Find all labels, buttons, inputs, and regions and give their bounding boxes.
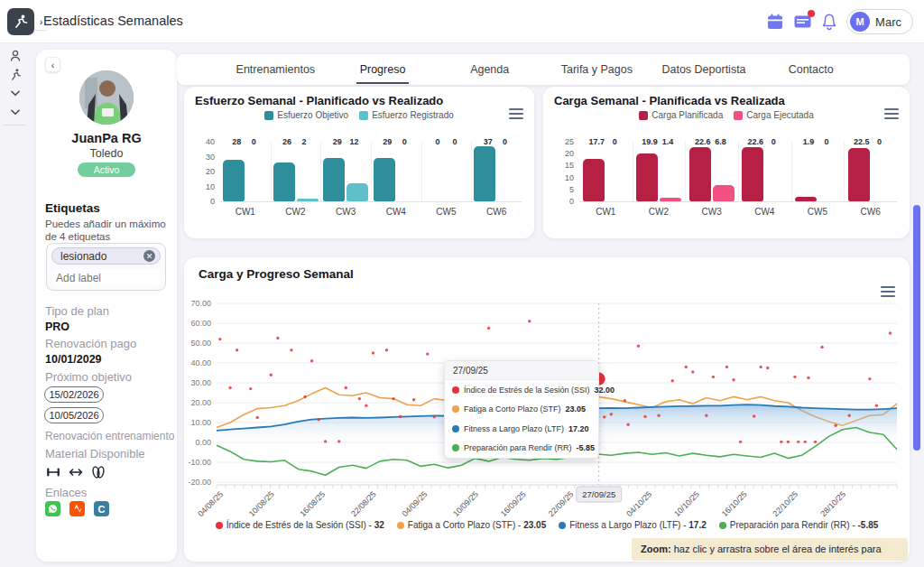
ssi-scatter-point: [760, 366, 762, 368]
ssi-scatter-point: [657, 414, 660, 417]
labels-hint: Puedes añadir un máximo de 4 etiquetas: [45, 218, 171, 243]
x-axis-date-label: 28/10/25: [818, 489, 847, 518]
bar-cw2-planned[interactable]: [273, 163, 295, 201]
messages-icon[interactable]: [793, 13, 812, 31]
user-avatar: M: [850, 12, 870, 32]
athlete-profile-icon[interactable]: [6, 47, 24, 65]
ssi-scatter-point: [685, 366, 688, 368]
tab-contacto[interactable]: Contacto: [757, 54, 864, 85]
x-axis-category: CW4: [371, 207, 421, 217]
activity-icon[interactable]: [6, 65, 24, 83]
x-axis-category: CW1: [220, 207, 271, 217]
tab-progreso[interactable]: Progreso: [329, 54, 437, 85]
x-axis-category: CW6: [471, 207, 522, 217]
tag-label: lesionado: [60, 250, 106, 263]
ssi-scatter-point: [610, 413, 613, 415]
x-axis-category: CW1: [579, 207, 633, 217]
ssi-scatter-point: [303, 395, 306, 398]
x-axis-date-label: 10/09/25: [451, 489, 480, 518]
zoom-hint: Zoom: haz clic y arrastra sobre el área …: [632, 538, 908, 561]
objective-date-pill[interactable]: 10/05/2026: [44, 407, 104, 423]
value-label: 0: [492, 137, 519, 146]
bar-cw4-planned[interactable]: [374, 158, 395, 201]
chevron-down-icon[interactable]: [6, 103, 24, 121]
ssi-scatter-point: [358, 397, 361, 400]
bar-cw1-planned[interactable]: [223, 160, 245, 201]
add-label-input[interactable]: [51, 269, 161, 286]
ssi-scatter-point: [814, 441, 817, 443]
bar-cw5-planned[interactable]: [795, 197, 817, 201]
x-axis-category: CW2: [633, 207, 686, 217]
x-axis-date-label: 10/10/25: [672, 489, 701, 518]
ssi-scatter-point: [603, 415, 605, 418]
ssi-scatter-point: [310, 359, 313, 362]
user-name: Marc: [875, 15, 901, 29]
tag-chip[interactable]: lesionado ✕: [51, 247, 161, 265]
page-scrollbar[interactable]: [913, 205, 920, 451]
ssi-scatter-point: [793, 376, 796, 378]
coros-icon[interactable]: C: [94, 501, 109, 516]
chevron-down-icon[interactable]: [6, 84, 24, 102]
value-label: 0: [813, 137, 840, 146]
x-axis-date-label: 22/08/25: [349, 489, 378, 518]
bar-cw3-planned[interactable]: [689, 147, 711, 201]
effort-chart-plot[interactable]: 403020100CW1280CW2262CW32912CW4290CW500C…: [184, 87, 534, 238]
resistance-band-icon: [90, 465, 106, 479]
y-axis-tick: 50.00: [190, 339, 211, 348]
load-chart-plot[interactable]: 2520151050CW117.70CW219.91.4CW322.66.8CW…: [543, 87, 910, 238]
ssi-scatter-point: [780, 441, 782, 443]
x-axis-category: CW4: [738, 207, 791, 217]
bar-cw2-actual[interactable]: [660, 198, 681, 201]
tooltip-series-value: 17.20: [568, 424, 589, 433]
bar-cw1-planned[interactable]: [583, 159, 605, 201]
ssi-scatter-point: [739, 441, 742, 443]
x-axis-date-label: 16/10/25: [720, 489, 749, 518]
status-badge[interactable]: Activo: [78, 163, 135, 177]
x-axis-line: [579, 201, 897, 202]
tooltip-row: Fatiga a Corto Plazo (STF)23.05: [445, 400, 598, 420]
x-axis-category: CW5: [791, 207, 845, 217]
value-label: 0: [866, 137, 893, 146]
bar-cw3-planned[interactable]: [323, 158, 345, 201]
ssi-scatter-point: [276, 337, 279, 339]
value-label: 1.4: [654, 137, 681, 146]
tab-agenda[interactable]: Agenda: [436, 54, 543, 85]
y-axis-tick: 20.00: [190, 398, 211, 407]
bar-cw3-actual[interactable]: [713, 185, 735, 201]
ssi-scatter-point: [270, 374, 273, 376]
tooltip-series-name: Preparación para Rendir (RR): [464, 443, 572, 452]
group-separator: [471, 142, 472, 201]
y-axis-tick: 10.00: [190, 418, 211, 427]
chart-tooltip: 27/09/25 Índice de Estrés de la Sesión (…: [444, 360, 599, 459]
tab-datos-deportista[interactable]: Datos Deportista: [651, 54, 758, 85]
athlete-name: JuanPa RG: [36, 131, 177, 145]
athlete-avatar[interactable]: [79, 70, 134, 125]
group-separator: [371, 142, 372, 201]
objective-date-pill[interactable]: 15/02/2026: [44, 386, 104, 403]
ssi-scatter-point: [412, 398, 415, 401]
strava-icon[interactable]: [69, 501, 85, 516]
bell-icon[interactable]: [821, 13, 837, 31]
tab-entrenamientos[interactable]: Entrenamientos: [222, 54, 329, 85]
x-axis-date-label: 22/09/25: [547, 489, 576, 518]
ssi-scatter-point: [889, 331, 892, 334]
bar-cw3-actual[interactable]: [346, 183, 368, 201]
bar-cw2-planned[interactable]: [636, 153, 658, 201]
value-label: 0: [441, 137, 468, 146]
value-label: 0: [601, 137, 628, 146]
app-logo[interactable]: [7, 8, 34, 35]
y-axis-tick: 10: [550, 173, 574, 182]
x-axis-category: CW5: [421, 207, 472, 217]
calendar-icon[interactable]: [766, 13, 784, 31]
ssi-scatter-point: [249, 387, 252, 390]
user-menu[interactable]: M Marc: [846, 9, 913, 34]
bar-cw2-actual[interactable]: [297, 199, 319, 201]
collapse-sidebar-button[interactable]: ‹: [45, 57, 60, 72]
whatsapp-icon[interactable]: [45, 501, 60, 516]
tab-tarifa-y-pagos[interactable]: Tarifa y Pagos: [543, 54, 651, 85]
ssi-scatter-point: [834, 424, 836, 427]
bar-cw4-planned[interactable]: [742, 147, 763, 201]
bar-cw6-planned[interactable]: [474, 146, 495, 201]
bar-cw6-planned[interactable]: [848, 148, 870, 201]
remove-tag-icon[interactable]: ✕: [143, 250, 155, 262]
